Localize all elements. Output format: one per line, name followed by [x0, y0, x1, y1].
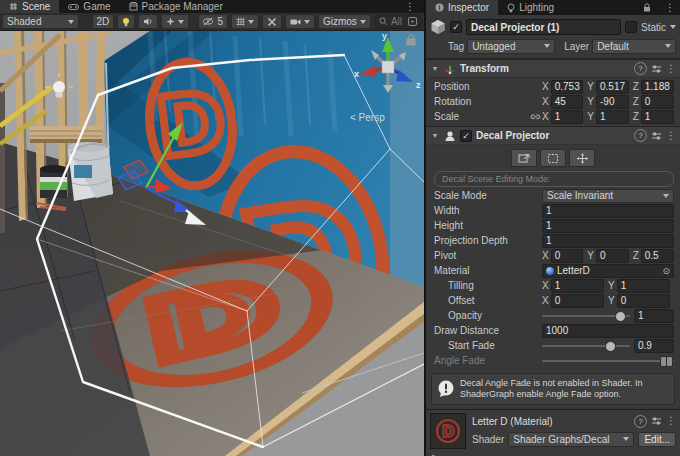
shader-edit-button[interactable]: Edit... [638, 432, 676, 447]
scene-lighting-toggle[interactable] [117, 14, 135, 29]
scale-mode-dropdown[interactable]: Scale Invariant [542, 189, 674, 203]
position-row: Position X0.753 Y0.517 Z1.188 [434, 80, 674, 93]
menu-icon[interactable]: ⋮ [666, 416, 676, 426]
inspector-lock-button[interactable] [634, 0, 660, 15]
transform-icon [444, 63, 456, 75]
persp-label[interactable]: < Persp [350, 112, 385, 123]
2d-toggle-button[interactable]: 2D [92, 14, 115, 29]
edit-pivot-mode-button[interactable] [569, 149, 595, 167]
edit-scale-mode-button[interactable] [511, 149, 537, 167]
hidden-count: 5 [217, 16, 223, 27]
scene-viewport[interactable]: D D D [0, 31, 424, 456]
edit-crop-mode-button[interactable] [540, 149, 566, 167]
search-icon [379, 17, 388, 26]
scale-x-field[interactable]: 1 [551, 110, 584, 124]
cube-icon[interactable] [430, 19, 446, 35]
menu-icon: ⋮ [665, 3, 675, 13]
tab-game[interactable]: Game [59, 0, 119, 13]
position-z-field[interactable]: 1.188 [641, 80, 674, 94]
speaker-icon [143, 17, 153, 26]
lightbulb-icon [507, 3, 515, 13]
width-field[interactable]: 1 [542, 204, 674, 218]
tab-lighting-label: Lighting [519, 2, 554, 13]
object-picker-icon[interactable]: ⊙ [662, 266, 670, 276]
rotation-x-field[interactable]: 45 [551, 95, 584, 109]
height-field[interactable]: 1 [542, 219, 674, 233]
inspector-menu-button[interactable]: ⋮ [660, 0, 680, 15]
scene-audio-toggle[interactable] [138, 14, 158, 29]
menu-icon[interactable]: ⋮ [666, 131, 676, 141]
opacity-slider[interactable] [542, 310, 630, 322]
material-thumbnail[interactable]: D [430, 413, 466, 449]
gameobject-name-field[interactable]: Decal Projector (1) [466, 19, 621, 35]
draw-distance-field[interactable]: 1000 [542, 324, 674, 338]
material-icon [546, 267, 554, 275]
offset-x-field[interactable]: 0 [551, 294, 604, 308]
preset-icon[interactable] [651, 64, 662, 74]
tag-dropdown[interactable]: Untagged [467, 39, 555, 54]
offset-y-field[interactable]: 0 [617, 294, 670, 308]
tab-scene[interactable]: Scene [0, 0, 59, 13]
rotation-z-field[interactable]: 0 [641, 95, 674, 109]
pivot-x-field[interactable]: 0 [551, 249, 584, 263]
camera-icon [290, 18, 301, 26]
scene-camera-dropdown[interactable] [285, 14, 315, 29]
tab-inspector[interactable]: i Inspector [426, 0, 498, 15]
unity-editor-window: Scene Game Package Manager ⋮ Shaded [0, 0, 680, 456]
gameobject-active-checkbox[interactable]: ✓ [450, 21, 462, 33]
rotation-y-field[interactable]: -90 [596, 95, 629, 109]
tab-lighting[interactable]: Lighting [498, 0, 563, 15]
preset-icon[interactable] [651, 416, 662, 426]
lock-icon [643, 3, 651, 12]
pivot-z-field[interactable]: 0.5 [641, 249, 674, 263]
offset-row: Offset X0 Y0 [434, 294, 674, 307]
transform-header[interactable]: ▼ Transform ? ⋮ [426, 59, 680, 78]
start-fade-field[interactable]: 0.9 [634, 339, 674, 353]
axis-y-label: y [382, 31, 387, 41]
scale-z-field[interactable]: 1 [641, 110, 674, 124]
help-icon[interactable]: ? [634, 62, 647, 75]
tiling-y-field[interactable]: 1 [617, 279, 670, 293]
help-icon[interactable]: ? [634, 415, 647, 428]
tiling-x-field[interactable]: 1 [551, 279, 604, 293]
decal-projector-header[interactable]: ▼ ✓ Decal Projector ? ⋮ [426, 126, 680, 145]
position-x-field[interactable]: 0.753 [551, 80, 584, 94]
shader-label: Shader [472, 434, 504, 445]
layer-dropdown[interactable]: Default [592, 39, 676, 54]
material-object-field[interactable]: LetterD ⊙ [542, 264, 674, 278]
effects-star-icon [166, 17, 175, 26]
link-icon[interactable] [528, 112, 542, 121]
menu-icon[interactable]: ⋮ [666, 64, 676, 74]
scene-grid-dropdown[interactable] [231, 14, 259, 29]
chevron-down-icon [360, 20, 366, 24]
start-fade-row: Start Fade 0.9 [434, 339, 674, 352]
scene-search-input[interactable]: All [374, 14, 422, 29]
component-enabled-checkbox[interactable]: ✓ [460, 130, 472, 142]
scene-tab-menu-button[interactable]: ⋮ [396, 0, 424, 13]
transform-title: Transform [460, 63, 630, 74]
projection-depth-field[interactable]: 1 [542, 234, 674, 248]
position-y-field[interactable]: 0.517 [596, 80, 629, 94]
svg-text:i: i [439, 4, 441, 11]
preset-icon[interactable] [651, 131, 662, 141]
tab-inspector-label: Inspector [448, 2, 489, 13]
help-icon[interactable]: ? [634, 129, 647, 142]
shader-dropdown[interactable]: Shader Graphs/Decal [508, 432, 634, 447]
static-checkbox[interactable] [625, 21, 637, 33]
gizmos-dropdown[interactable]: Gizmos [318, 14, 371, 29]
tab-package-manager[interactable]: Package Manager [120, 0, 232, 13]
picker-frame-icon[interactable] [408, 17, 417, 26]
scale-y-field[interactable]: 1 [596, 110, 629, 124]
foldout-icon[interactable]: ▼ [430, 65, 440, 72]
transform-component: ▼ Transform ? ⋮ Position X0.753 Y0.517 Z… [426, 59, 680, 126]
chevron-down-icon [663, 194, 669, 198]
scene-visibility-toggle[interactable]: 5 [198, 14, 228, 29]
shading-mode-dropdown[interactable]: Shaded [2, 14, 79, 29]
start-fade-slider[interactable] [542, 340, 630, 352]
pivot-y-field[interactable]: 0 [596, 249, 629, 263]
opacity-field[interactable]: 1 [634, 309, 674, 323]
foldout-icon[interactable]: ▼ [430, 132, 440, 139]
scene-effects-dropdown[interactable] [161, 14, 189, 29]
static-dropdown-icon[interactable] [670, 25, 676, 29]
component-tools-button[interactable] [262, 14, 282, 29]
